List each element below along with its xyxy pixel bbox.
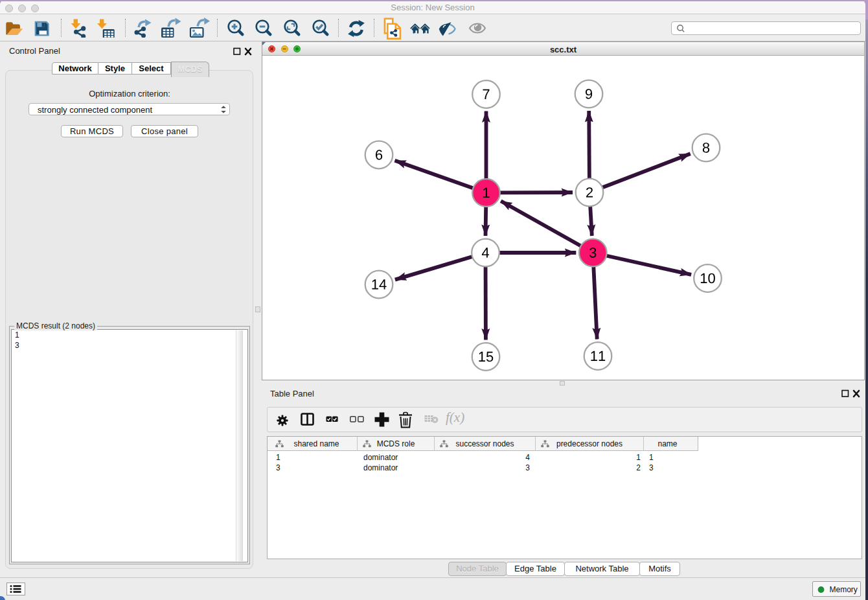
svg-text:Memory: Memory bbox=[830, 585, 858, 594]
